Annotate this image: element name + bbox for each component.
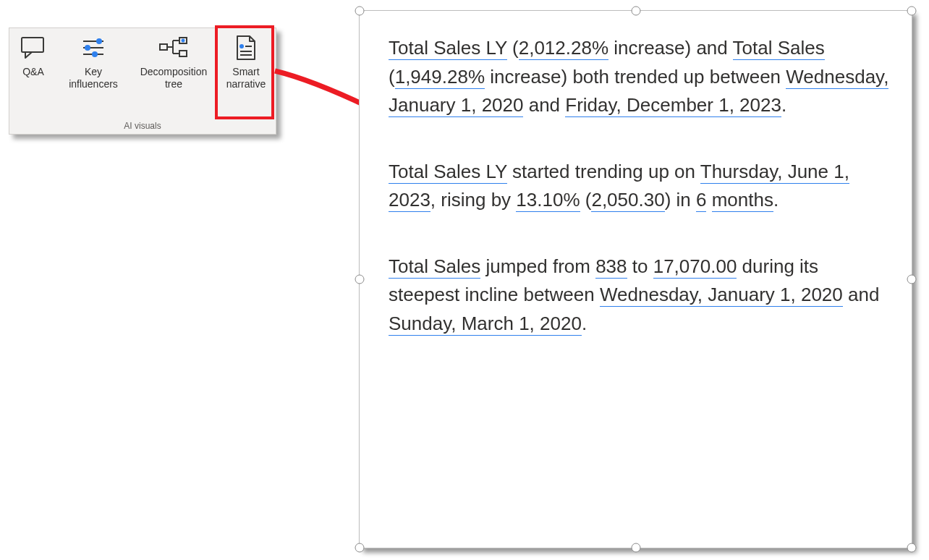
resize-handle-se[interactable] (907, 543, 917, 553)
qna-label: Q&A (22, 66, 44, 78)
smart-narrative-visual[interactable]: Total Sales LY (2,012.28% increase) and … (359, 10, 912, 548)
ribbon-group-label: AI visuals (9, 119, 276, 134)
narrative-paragraph-2: Total Sales LY started trending up on Th… (389, 158, 891, 215)
resize-handle-s[interactable] (631, 543, 640, 553)
narrative-text: Total Sales LY (2,012.28% increase) and … (389, 34, 891, 338)
smart-narrative-label-1: Smart (232, 66, 259, 78)
key-influencers-button[interactable]: Key influencers (57, 28, 130, 119)
svg-rect-0 (22, 38, 43, 52)
decomposition-tree-icon (158, 34, 190, 61)
speech-bubble-icon (20, 34, 47, 61)
narrative-paragraph-3: Total Sales jumped from 838 to 17,070.00… (389, 253, 891, 339)
dv-steep-start: Wednesday, January 1, 2020 (600, 284, 843, 307)
qna-button[interactable]: Q&A (9, 28, 57, 119)
resize-handle-sw[interactable] (355, 543, 365, 553)
dv-steep-end: Sunday, March 1, 2020 (389, 313, 582, 336)
dv-rise-abs: 2,050.30 (591, 189, 664, 212)
svg-point-6 (92, 51, 98, 57)
dv-total-sales-ly-2: Total Sales LY (389, 161, 507, 184)
dv-months-count: 6 (696, 189, 706, 212)
smart-narrative-icon (234, 34, 258, 61)
svg-point-11 (239, 44, 244, 48)
dv-months-unit: months (712, 189, 773, 212)
svg-point-4 (96, 38, 102, 44)
dv-total-sales-ly: Total Sales LY (389, 37, 507, 60)
dv-increase-pct-2: 1,949.28% (395, 66, 485, 89)
resize-handle-e[interactable] (907, 275, 917, 284)
svg-point-5 (85, 45, 90, 51)
decomposition-tree-label-1: Decomposition (140, 66, 208, 78)
smart-narrative-label-2: narrative (226, 78, 266, 90)
key-influencers-icon (79, 34, 108, 61)
key-influencers-label-2: influencers (69, 78, 118, 90)
ai-visuals-ribbon-group: Q&A Key influencers (9, 27, 276, 135)
narrative-paragraph-1: Total Sales LY (2,012.28% increase) and … (389, 34, 891, 120)
dv-total-sales: Total Sales (733, 37, 825, 60)
resize-handle-nw[interactable] (355, 7, 365, 16)
dv-from-value: 838 (595, 255, 627, 279)
resize-handle-n[interactable] (631, 7, 640, 16)
decomposition-tree-label-2: tree (165, 78, 182, 90)
dv-end-date: Friday, December 1, 2023 (565, 94, 781, 117)
dv-total-sales-2: Total Sales (389, 255, 480, 279)
decomposition-tree-button[interactable]: Decomposition tree (130, 28, 218, 119)
svg-rect-7 (160, 44, 167, 50)
ribbon-buttons-row: Q&A Key influencers (9, 28, 276, 119)
dv-increase-pct-1: 2,012.28% (519, 37, 608, 60)
svg-rect-9 (179, 51, 187, 56)
resize-handle-ne[interactable] (907, 7, 917, 16)
key-influencers-label-1: Key (85, 66, 102, 78)
smart-narrative-button[interactable]: Smart narrative (218, 28, 274, 119)
dv-to-value: 17,070.00 (653, 255, 737, 279)
resize-handle-w[interactable] (355, 275, 365, 284)
svg-point-10 (182, 39, 185, 43)
dv-rise-pct: 13.10% (516, 189, 580, 212)
